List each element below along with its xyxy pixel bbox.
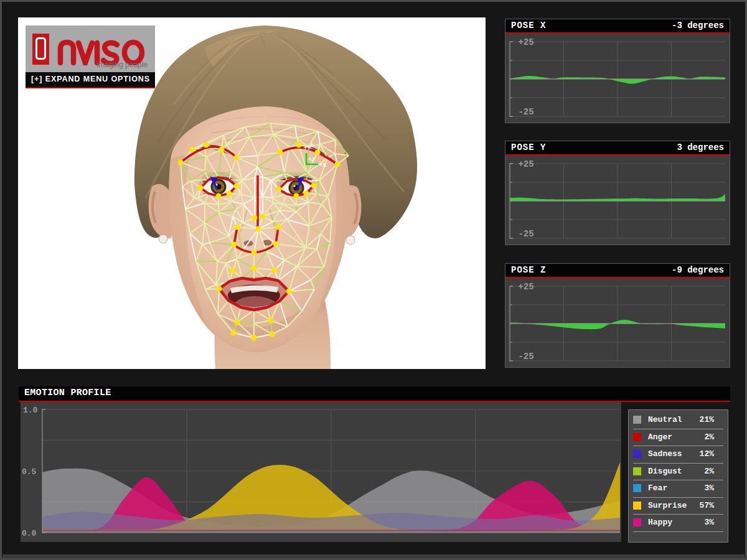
svg-text:+Z: +Z: [308, 156, 315, 162]
svg-text:-25: -25: [518, 352, 533, 362]
svg-text:0.0: 0.0: [22, 529, 37, 538]
svg-text:-25: -25: [518, 229, 533, 239]
svg-text:-25: -25: [518, 107, 533, 117]
svg-text:+25: +25: [518, 37, 533, 47]
svg-text:+X: +X: [319, 162, 326, 168]
svg-text:+25: +25: [518, 159, 533, 169]
svg-text:0.5: 0.5: [22, 467, 37, 477]
svg-text:+Y: +Y: [304, 145, 311, 151]
svg-text:+25: +25: [518, 282, 533, 292]
svg-text:1.0: 1.0: [23, 406, 38, 415]
